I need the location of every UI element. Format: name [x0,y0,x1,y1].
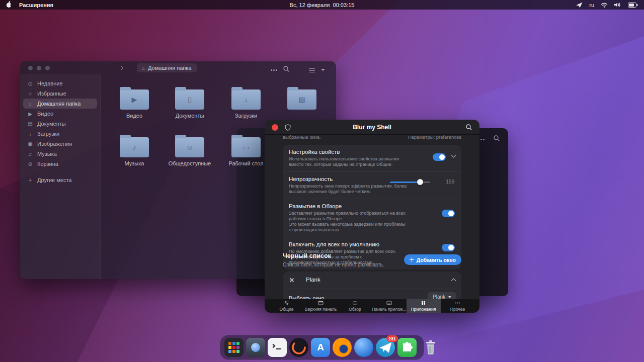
sidebar-item-trash[interactable]: ⊘ Корзина [23,159,97,169]
blacklist-section-header: Черный список Список окон, которые не ну… [283,252,461,267]
sidebar-item-label: Недавние [37,80,63,86]
opacity-slider[interactable] [390,182,430,183]
sidebar-item-recent[interactable]: ◷ Недавние [23,78,97,88]
terminal-app-icon[interactable] [268,338,287,357]
remove-item-icon[interactable] [289,278,294,283]
people-emblem-icon: ☺ [175,137,204,157]
slider-handle[interactable] [417,179,423,185]
tab-dash[interactable]: Панель прилож... [372,299,407,313]
folder-label: Видео [107,113,162,119]
tab-label: Панель прилож... [372,307,407,312]
tab-other[interactable]: Прочее [441,299,475,313]
tab-label: Обзор [349,307,361,312]
desktop: Расширения Вс, 12 февраля 00:03:15 ru [0,0,644,362]
add-window-button[interactable]: Добавить окно [404,254,461,265]
folder-icon: ▨ [287,89,316,110]
extensions-app-icon[interactable] [397,338,417,357]
firefox-app-icon[interactable] [333,338,352,357]
home-icon: ⌂ [27,101,33,107]
sidebar-item-label: Другие места [37,177,72,183]
sidebar-item-videos[interactable]: ▶ Видео [23,109,97,119]
forward-nav-icon[interactable] [119,66,123,70]
close-dot[interactable] [28,66,33,70]
document-emblem-icon: ▯ [175,89,204,110]
sidebar-item-label: Музыка [37,151,57,157]
folder-icon: ↓ [231,89,261,110]
files-sidebar: ◷ Недавние ☆ Избранные ⌂ Домашняя папка … [20,74,101,279]
blacklist-item-title: Plank [306,277,320,283]
image-icon: ▣ [27,141,33,147]
tab-general[interactable]: Общие [270,299,304,313]
dock: A 231 [220,335,424,360]
tab-label: Прочее [450,307,465,312]
apple-menu-icon[interactable] [6,1,12,9]
blue-circle-app-icon[interactable] [354,338,373,357]
customize-properties-toggle[interactable] [433,153,446,161]
active-app-menu[interactable]: Расширения [19,2,53,8]
sidebar-item-label: Избранные [37,90,66,97]
sidebar-item-starred[interactable]: ☆ Избранные [23,88,97,99]
sidebar-item-other-places[interactable]: + Другие места [23,175,97,185]
row-title: Настройка свойств [289,149,455,155]
gray-blue-app-icon[interactable] [246,338,265,357]
tab-applications[interactable]: Приложения [407,299,441,313]
battery-icon[interactable] [628,3,638,8]
path-bar[interactable]: ⌂ Домашняя папка [137,63,197,72]
folder-pictures[interactable]: ▨ [274,89,330,113]
row-description: Непрозрачность окна поверх эффекта размы… [289,184,409,195]
keyboard-layout-indicator[interactable]: ru [589,2,594,8]
menubar: Расширения Вс, 12 февраля 00:03:15 ru [0,0,644,10]
sidebar-item-pictures[interactable]: ▣ Изображения [23,139,97,149]
notification-badge: 231 [386,335,398,342]
dark-browser-app-icon[interactable] [289,338,308,357]
sidebar-item-downloads[interactable]: ↓ Загрузки [23,129,97,139]
customize-properties-row[interactable]: Настройка свойств Использовать пользоват… [283,145,461,171]
view-toggle-icon[interactable] [309,68,315,72]
sidebar-item-label: Изображения [37,141,72,147]
maximize-dot[interactable] [45,66,50,70]
appstore-letter: A [317,342,324,353]
image-emblem-icon: ▨ [287,89,316,110]
blur-in-overview-toggle[interactable] [442,210,455,217]
search-icon[interactable] [466,124,472,133]
sidebar-item-documents[interactable]: ▤ Документы [23,119,97,129]
sidebar-item-home[interactable]: ⌂ Домашняя папка [23,99,97,109]
telegram-app-icon[interactable]: 231 [376,338,395,357]
trash-icon[interactable] [421,338,440,357]
star-icon: ☆ [27,91,33,97]
software-mosaic-app-icon[interactable] [224,338,244,357]
folder-icon: ▶ [120,89,149,110]
minimize-dot[interactable] [37,66,41,70]
folder-public[interactable]: ☺ Общедоступные [162,137,217,166]
telegram-tray-icon[interactable] [576,2,583,8]
folder-label: Общедоступные [162,160,217,166]
tab-top-panel[interactable]: Верхняя панель [304,299,338,313]
plus-icon: + [27,177,33,183]
view-options-caret-icon[interactable] [321,69,325,71]
opacity-value: 159 [446,179,454,185]
blacklist-item-plank[interactable]: Plank [283,272,461,289]
add-window-label: Добавить окно [417,257,456,263]
volume-icon[interactable] [614,2,621,8]
sidebar-item-label: Документы [37,121,66,127]
sidebar-item-music[interactable]: ♫ Музыка [23,149,97,159]
clock[interactable]: Вс, 12 февраля 00:03:15 [290,2,355,8]
sidebar-item-label: Домашняя папка [37,101,80,107]
chevron-up-icon[interactable] [451,279,456,284]
folder-documents[interactable]: ▯ Документы [162,89,217,119]
enable-all-by-default-toggle[interactable] [442,244,455,251]
tab-overview[interactable]: Обзор [338,299,372,313]
wifi-icon[interactable] [601,3,608,8]
folder-videos[interactable]: ▶ Видео [107,89,162,119]
search-icon[interactable] [283,65,290,74]
current-folder-title: Домашняя папка [148,65,191,71]
prompt-chevron-icon [271,344,275,348]
folder-downloads[interactable]: ↓ Загрузки [218,89,274,119]
row-description: Использовать пользовательские свойства р… [289,156,409,167]
search-icon[interactable] [494,135,500,144]
download-icon: ↓ [27,131,33,137]
plus-icon [410,257,414,262]
path-overflow-icon[interactable] [271,69,272,71]
appstore-app-icon[interactable]: A [311,338,330,357]
folder-music[interactable]: ♪ Музыка [107,137,162,166]
